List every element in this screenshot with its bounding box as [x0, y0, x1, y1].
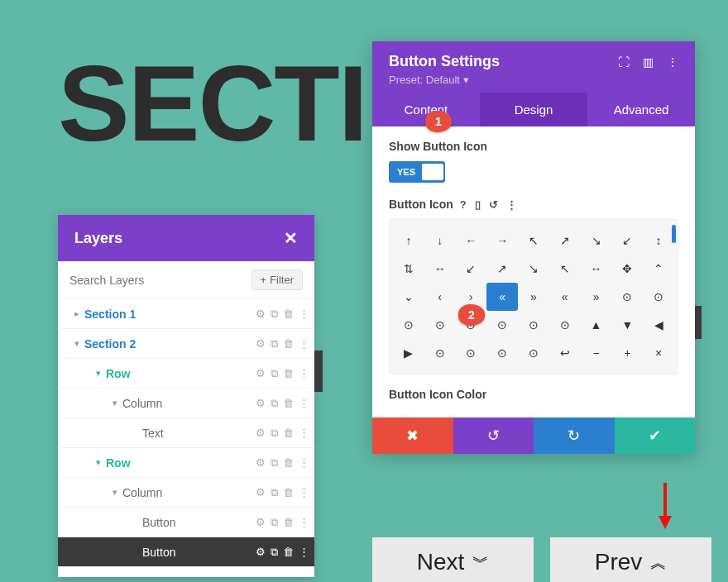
icon-option[interactable]: −: [581, 339, 612, 367]
cancel-button[interactable]: ✖: [372, 417, 453, 454]
layer-row-section-2[interactable]: ▾ Section 2 ⚙ ⧉ 🗑 ⋮: [58, 329, 314, 359]
layer-row-row-2[interactable]: ▾ Row ⚙ ⧉ 🗑 ⋮: [58, 448, 314, 478]
icon-option[interactable]: ←: [456, 227, 487, 255]
more-icon[interactable]: ⋮: [299, 546, 309, 559]
chevron-down-icon[interactable]: ▾: [91, 368, 106, 379]
trash-icon[interactable]: 🗑: [283, 486, 294, 499]
icon-option[interactable]: ⌄: [393, 283, 424, 311]
duplicate-icon[interactable]: ⧉: [271, 516, 278, 529]
chevron-down-icon[interactable]: ▾: [108, 487, 122, 498]
show-icon-toggle[interactable]: YES: [389, 161, 445, 183]
icon-option[interactable]: ↗: [549, 227, 581, 255]
icon-option[interactable]: ▶: [393, 339, 424, 367]
trash-icon[interactable]: 🗑: [283, 427, 294, 440]
chevron-down-icon[interactable]: ▾: [108, 398, 122, 408]
icon-option[interactable]: ↘: [581, 227, 612, 255]
icon-option[interactable]: ⊙: [486, 311, 518, 339]
chevron-down-icon[interactable]: ▾: [91, 457, 106, 468]
duplicate-icon[interactable]: ⧉: [271, 397, 278, 410]
icon-option[interactable]: ↔: [424, 255, 456, 283]
icon-option[interactable]: ×: [643, 339, 674, 367]
icon-option[interactable]: «: [549, 283, 581, 311]
trash-icon[interactable]: 🗑: [283, 337, 294, 351]
tab-advanced[interactable]: Advanced: [587, 93, 695, 126]
layer-row-row-1[interactable]: ▾ Row ⚙ ⧉ 🗑 ⋮: [58, 359, 314, 389]
gear-icon[interactable]: ⚙: [256, 516, 266, 529]
icon-option[interactable]: ↖: [518, 227, 549, 255]
icon-option[interactable]: ⊙: [393, 311, 424, 339]
trash-icon[interactable]: 🗑: [283, 308, 294, 321]
more-icon[interactable]: ⋮: [299, 397, 309, 410]
scrollbar-thumb[interactable]: [672, 225, 676, 243]
gear-icon[interactable]: ⚙: [256, 337, 266, 351]
columns-icon[interactable]: ▥: [643, 55, 654, 69]
icon-option[interactable]: »: [518, 283, 549, 311]
tab-design[interactable]: Design: [480, 93, 587, 126]
icon-option[interactable]: ✥: [611, 255, 643, 283]
icon-option[interactable]: ↑: [393, 227, 424, 255]
help-icon[interactable]: ?: [460, 198, 467, 211]
icon-option[interactable]: ◀: [643, 311, 674, 339]
layer-row-column-2[interactable]: ▾ Column ⚙ ⧉ 🗑 ⋮: [58, 478, 314, 508]
icon-option[interactable]: ⊙: [486, 339, 518, 367]
duplicate-icon[interactable]: ⧉: [271, 337, 278, 351]
layer-row-column-1[interactable]: ▾ Column ⚙ ⧉ 🗑 ⋮: [58, 389, 314, 418]
icon-option[interactable]: ▲: [581, 311, 612, 339]
trash-icon[interactable]: 🗑: [283, 516, 294, 529]
icon-option[interactable]: ↔: [581, 255, 612, 283]
more-icon[interactable]: ⋮: [506, 198, 517, 211]
icon-option[interactable]: ↓: [424, 227, 456, 255]
icon-option[interactable]: +: [611, 339, 643, 367]
device-icon[interactable]: ▯: [475, 198, 481, 211]
prev-button[interactable]: Prev ︽: [550, 537, 711, 582]
gear-icon[interactable]: ⚙: [256, 546, 266, 559]
icon-option[interactable]: ↕: [643, 227, 674, 255]
icon-option[interactable]: ↗: [486, 255, 518, 283]
icon-option[interactable]: ▼: [611, 311, 643, 339]
more-icon[interactable]: ⋮: [299, 456, 309, 470]
icon-option[interactable]: ‹: [424, 283, 456, 311]
icon-option[interactable]: ⊙: [456, 339, 487, 367]
gear-icon[interactable]: ⚙: [256, 456, 266, 470]
reset-icon[interactable]: ↺: [489, 198, 498, 211]
duplicate-icon[interactable]: ⧉: [271, 456, 278, 470]
duplicate-icon[interactable]: ⧉: [271, 367, 278, 380]
chevron-right-icon[interactable]: ▸: [69, 308, 84, 319]
expand-icon[interactable]: ⛶: [618, 55, 630, 69]
gear-icon[interactable]: ⚙: [256, 397, 266, 410]
icon-option[interactable]: →: [486, 227, 518, 255]
icon-option[interactable]: ↙: [456, 255, 487, 283]
layer-row-button-2-selected[interactable]: Button ⚙ ⧉ 🗑 ⋮: [58, 537, 314, 567]
layer-row-text[interactable]: Text ⚙ ⧉ 🗑 ⋮: [58, 418, 314, 448]
layer-row-button-1[interactable]: Button ⚙ ⧉ 🗑 ⋮: [58, 508, 314, 537]
icon-option[interactable]: ⊙: [611, 283, 643, 311]
duplicate-icon[interactable]: ⧉: [271, 486, 278, 499]
close-icon[interactable]: ✕: [284, 228, 298, 248]
gear-icon[interactable]: ⚙: [256, 427, 266, 440]
more-icon[interactable]: ⋮: [299, 427, 309, 440]
layer-row-section-1[interactable]: ▸ Section 1 ⚙ ⧉ 🗑 ⋮: [58, 299, 314, 329]
duplicate-icon[interactable]: ⧉: [271, 308, 278, 321]
icon-option[interactable]: ⊙: [549, 311, 581, 339]
icon-option[interactable]: ↩: [549, 339, 581, 367]
more-icon[interactable]: ⋮: [299, 486, 309, 499]
icon-option[interactable]: »: [581, 283, 612, 311]
icon-option[interactable]: ⊙: [518, 311, 549, 339]
icon-option[interactable]: ⊙: [424, 339, 456, 367]
more-icon[interactable]: ⋮: [667, 55, 678, 69]
icon-option[interactable]: ↘: [518, 255, 549, 283]
trash-icon[interactable]: 🗑: [283, 546, 294, 559]
icon-option[interactable]: ⊙: [518, 339, 549, 367]
trash-icon[interactable]: 🗑: [283, 456, 294, 470]
more-icon[interactable]: ⋮: [299, 367, 309, 380]
next-button[interactable]: Next ︾: [372, 537, 534, 582]
more-icon[interactable]: ⋮: [299, 308, 309, 321]
icon-option[interactable]: ⊙: [424, 311, 456, 339]
icon-option[interactable]: «: [486, 283, 518, 311]
filter-button[interactable]: + Filter: [251, 270, 303, 290]
trash-icon[interactable]: 🗑: [283, 397, 294, 410]
more-icon[interactable]: ⋮: [299, 516, 309, 529]
icon-option[interactable]: ⊙: [643, 283, 674, 311]
duplicate-icon[interactable]: ⧉: [271, 546, 278, 559]
more-icon[interactable]: ⋮: [299, 337, 309, 351]
